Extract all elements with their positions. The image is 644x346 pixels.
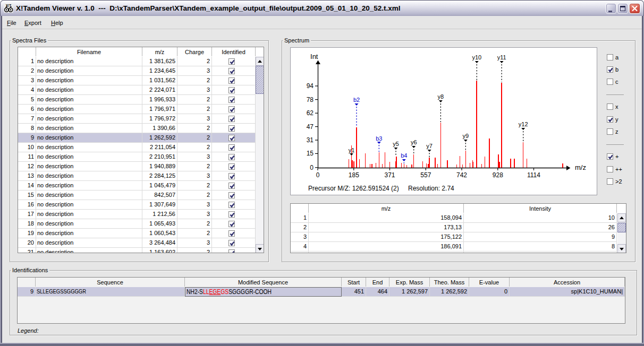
svg-text:b4: b4 <box>401 152 407 159</box>
svg-text:185: 185 <box>349 171 359 179</box>
svg-text:742: 742 <box>456 171 467 179</box>
svg-text:928: 928 <box>493 171 503 179</box>
svg-text:b3: b3 <box>376 135 382 142</box>
svg-text:47: 47 <box>307 123 314 131</box>
svg-text:94: 94 <box>307 82 314 90</box>
svg-text:31: 31 <box>307 136 314 144</box>
svg-text:b2: b2 <box>353 97 360 103</box>
svg-text:y8: y8 <box>438 93 444 100</box>
svg-text:0: 0 <box>316 171 320 179</box>
svg-text:Int: Int <box>310 53 318 60</box>
svg-text:15: 15 <box>307 150 314 157</box>
svg-text:y5: y5 <box>393 141 399 147</box>
svg-text:78: 78 <box>307 96 314 103</box>
svg-text:y6: y6 <box>411 139 417 145</box>
svg-text:y7: y7 <box>426 143 433 149</box>
svg-text:y10: y10 <box>472 54 481 60</box>
svg-text:1114: 1114 <box>527 171 540 179</box>
svg-text:y12: y12 <box>519 121 528 127</box>
svg-text:y1: y1 <box>349 147 355 153</box>
svg-text:y11: y11 <box>497 54 506 60</box>
svg-text:557: 557 <box>420 171 431 179</box>
svg-text:y9: y9 <box>462 133 469 139</box>
svg-text:371: 371 <box>384 171 395 179</box>
svg-text:m/z: m/z <box>575 163 586 171</box>
svg-text:62: 62 <box>307 109 314 117</box>
svg-text:0: 0 <box>310 164 313 171</box>
